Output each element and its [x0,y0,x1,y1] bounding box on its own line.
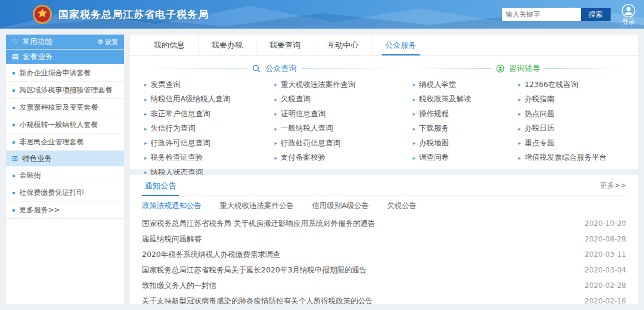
arrow-icon: ▸ [274,97,277,103]
search-button[interactable]: 搜索 [581,8,611,21]
notices-panel: 通知公告 更多>> 政策法规通知公告 重大税收违法案件公告 信用级别A级公告 欠… [130,175,638,304]
consult-person-icon [496,64,504,73]
link-vat-invoice-platform[interactable]: ▸增值税发票综合服务平台 [518,151,624,166]
link-12366-online[interactable]: ▸12366在线咨询 [518,78,624,92]
arrow-icon: ▸ [413,97,416,103]
tab-public-service[interactable]: 公众服务 [372,35,429,55]
divider-line [144,69,247,69]
news-item[interactable]: 国家税务总局江苏省税务局关于延长2020年3月纳税申报期限的通告 2020-03… [142,262,626,278]
national-emblem-logo [32,4,52,24]
link-admin-penalty-query[interactable]: ▸行政处罚信息查询 [274,136,404,151]
link-admin-license-query[interactable]: ▸行政许可信息查询 [144,136,274,151]
arrow-icon: ▸ [144,169,147,175]
consult-section: 咨询辅导 ▸纳税人学堂 ▸税收政策及解读 ▸操作规程 ▸下载服务 ▸办税地图 ▸… [413,61,624,180]
link-general-taxpayer-query[interactable]: ▸一般纳税人查询 [274,122,404,137]
tab-tax-handling[interactable]: 我要办税 [199,35,256,55]
bullet-icon: ▪ [12,70,15,76]
link-inspection-cert-check[interactable]: ▸税务检查证查验 [144,151,274,166]
news-item[interactable]: 递延纳税问题解答 2020-08-28 [142,231,626,247]
link-label: 失信行为查询 [151,123,196,134]
link-operation-rules[interactable]: ▸操作规程 [413,107,518,122]
clipboard-icon: ▤ [12,53,18,60]
news-title: 国家税务总局江苏省税务局 关于机房搬迁影响应用系统对外服务的通告 [142,219,387,229]
consult-col1: ▸纳税人学堂 ▸税收政策及解读 ▸操作规程 ▸下载服务 ▸办税地图 ▸调查问卷 [413,78,518,165]
news-item[interactable]: 2020年税务系统纳税人办税缴费需求调查 2020-03-11 [142,247,626,262]
link-taxpayer-school[interactable]: ▸纳税人学堂 [413,78,518,92]
link-dishonesty-query[interactable]: ▸失信行为查询 [144,122,274,137]
more-link[interactable]: 更多>> [600,181,626,191]
link-label: 行政许可信息查询 [151,138,210,148]
link-tax-guide[interactable]: ▸办税指南 [518,92,624,107]
packages-label: 套餐业务 [23,52,52,62]
notice-tab-major-violation[interactable]: 重大税收违法案件公告 [219,201,294,211]
main-tabs: 我的信息 我要办税 我要查询 互动中心 公众服务 [130,35,638,56]
sidebar-item-nonresident[interactable]: ▪ 非居民企业管理套餐 [6,134,124,151]
divider-line [413,69,491,69]
bullet-icon: ▪ [12,88,15,93]
sidebar-item-label: 金融街 [19,170,41,181]
link-label: 税收政策及解读 [419,94,472,104]
user-avatar-icon[interactable] [621,4,636,18]
link-survey[interactable]: ▸调查问卷 [413,151,518,166]
notice-tab-credit-a[interactable]: 信用级别A级公告 [312,201,369,211]
link-payment-record-check[interactable]: ▸支付备案校验 [274,151,404,166]
news-date: 2020-10-20 [584,219,626,228]
link-invoice-query[interactable]: ▸发票查询 [144,78,274,92]
sidebar-item-label: 小规模转一般纳税人套餐 [19,120,98,130]
arrow-icon: ▸ [518,111,521,117]
sidebar-header-packages[interactable]: ▤ 套餐业务 [6,49,124,64]
login-link[interactable]: 登录 [622,18,635,25]
grid-icon: ⊞ [12,155,18,162]
sidebar-item-small-to-general[interactable]: ▪ 小规模转一般纳税人套餐 [6,116,124,134]
sidebar-item-new-enterprise[interactable]: ▪ 新办企业综合申请套餐 [6,64,124,82]
link-tax-arrears-query[interactable]: ▸欠税查询 [274,92,404,107]
tab-my-info[interactable]: 我的信息 [141,35,199,55]
public-query-col1: ▸发票查询 ▸纳税信用A级纳税人查询 ▸非正常户信息查询 ▸失信行为查询 ▸行政… [144,78,274,180]
sidebar-header-special[interactable]: ⊞ 特色业务 [6,151,124,166]
link-key-topics[interactable]: ▸重点专题 [518,136,624,151]
link-label: 办税地图 [419,138,449,148]
link-label: 增值税发票综合服务平台 [525,153,607,163]
sidebar-header-favorites[interactable]: ♡ 常用功能 ⚙ 设置 [6,35,124,49]
bullet-icon: ▪ [12,105,15,110]
link-abnormal-account-query[interactable]: ▸非正常户信息查询 [144,107,274,122]
arrow-icon: ▸ [144,140,147,146]
link-credit-a-taxpayer-query[interactable]: ▸纳税信用A级纳税人查询 [144,92,274,107]
notice-tab-arrears[interactable]: 欠税公告 [387,201,417,211]
tab-my-query[interactable]: 我要查询 [256,35,314,55]
arrow-icon: ▸ [518,126,521,132]
arrow-icon: ▸ [274,140,277,146]
link-certificate-info-query[interactable]: ▸证明信息查询 [274,107,404,122]
news-item[interactable]: 致扣缴义务人的一封信 2020-02-28 [142,278,626,293]
link-tax-calendar[interactable]: ▸办税日历 [518,122,624,137]
news-date: 2020-03-04 [584,266,626,274]
link-label: 重点专题 [525,138,555,148]
sidebar-item-more-services[interactable]: ▪ 更多服务>> [6,202,124,219]
link-tax-policy[interactable]: ▸税收政策及解读 [413,92,518,107]
link-download-service[interactable]: ▸下载服务 [413,122,518,137]
sidebar-item-invoice-type[interactable]: ▪ 发票票种核定及变更套餐 [6,99,124,116]
notice-tab-policy[interactable]: 政策法规通知公告 [142,201,202,211]
arrow-icon: ▸ [413,140,416,146]
news-item[interactable]: 关于支持新型冠状病毒感染的肺炎疫情防控有关个人所得税政策的公告 2020-02-… [142,293,626,304]
arrow-icon: ▸ [144,155,147,161]
arrow-icon: ▸ [274,82,277,88]
sidebar-item-finance-street[interactable]: ▪ 金融街 [6,167,124,184]
sidebar-item-label: 非居民企业管理套餐 [19,137,83,147]
arrow-icon: ▸ [518,140,521,146]
search-input[interactable] [502,8,581,21]
bullet-icon: ▪ [12,207,15,213]
services-panel: 我的信息 我要办税 我要查询 互动中心 公众服务 公众查询 [130,35,638,169]
news-item[interactable]: 国家税务总局江苏省税务局 关于机房搬迁影响应用系统对外服务的通告 2020-10… [142,216,626,231]
sidebar-item-cross-region[interactable]: ▪ 跨区域涉税事项报验管理套餐 [6,82,124,99]
notice-title-tab[interactable]: 通知公告 [142,175,179,196]
link-hot-issues[interactable]: ▸热点问题 [518,107,624,122]
bullet-icon: ▪ [12,122,15,128]
link-major-violation-query[interactable]: ▸重大税收违法案件查询 [274,78,404,92]
sidebar-item-label: 跨区域涉税事项报验管理套餐 [19,85,112,95]
link-tax-map[interactable]: ▸办税地图 [413,136,518,151]
tab-interaction-center[interactable]: 互动中心 [314,35,372,55]
sidebar-item-social-insurance-print[interactable]: ▪ 社保费缴费凭证打印 [6,184,124,202]
news-title: 递延纳税问题解答 [142,234,213,244]
settings-link[interactable]: ⚙ 设置 [97,38,118,46]
